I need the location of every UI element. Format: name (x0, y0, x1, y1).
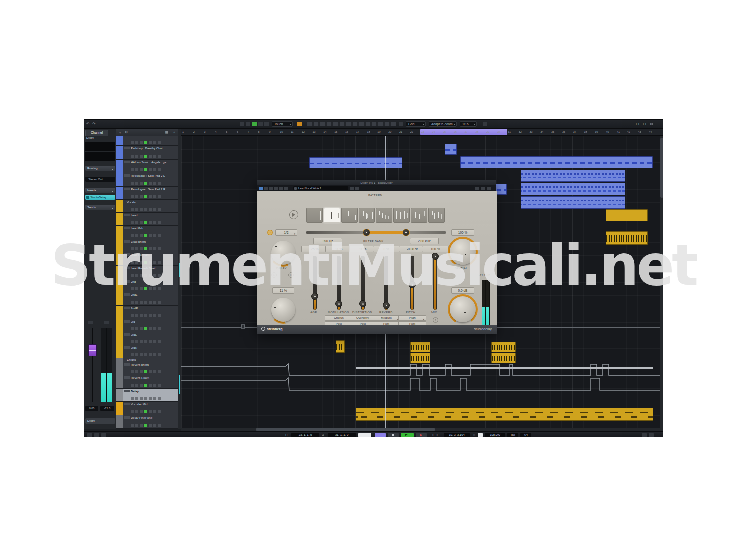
mute-solo-buttons[interactable] (124, 280, 130, 283)
reverb-value[interactable]: 8 % (373, 246, 400, 252)
tempo-display[interactable]: 108.000 (485, 433, 505, 437)
output-value[interactable]: 0.0 dB (451, 287, 474, 294)
mute-solo-buttons[interactable] (124, 293, 130, 296)
track-mini-buttons[interactable] (131, 234, 162, 237)
modulation-slider-handle[interactable] (335, 300, 342, 307)
horizontal-scrollbar[interactable] (181, 428, 660, 431)
plugin-title-bar[interactable]: Delay: Ins. 1 - StudioDelay (257, 180, 496, 185)
track-row[interactable]: 2ndR (116, 306, 178, 319)
setup-window-layout-icon[interactable]: ⊟ (636, 121, 639, 127)
solo-button[interactable] (246, 122, 250, 126)
channel-strip-thumbnail[interactable] (85, 152, 115, 161)
mix-slider[interactable] (433, 256, 437, 310)
reverb-mode-select[interactable]: Medium▼ (373, 315, 400, 321)
vertical-scrollbar[interactable] (660, 136, 663, 431)
track-mini-buttons[interactable] (131, 370, 162, 373)
pattern-button-4[interactable] (359, 208, 375, 223)
filter-bank-range[interactable] (366, 231, 406, 234)
scrollbar-thumb[interactable] (256, 428, 435, 431)
track-mini-buttons[interactable] (131, 221, 162, 224)
track-row[interactable]: Retrologue : Saw Pad 2 L (116, 173, 178, 187)
inserts-section-header[interactable]: Inserts▼ (85, 188, 115, 193)
scrollbar-thumb[interactable] (660, 138, 663, 198)
record-button[interactable] (416, 433, 427, 437)
track-mini-buttons[interactable] (131, 397, 162, 400)
spatial-value[interactable]: 100 % (451, 229, 474, 236)
mute-solo-buttons[interactable] (124, 253, 130, 256)
track-row[interactable] (116, 136, 178, 146)
peak-value[interactable]: -21.0 (100, 406, 114, 411)
delay-knob[interactable] (271, 241, 295, 265)
folder-part[interactable] (606, 209, 648, 221)
close-icon[interactable]: ⊠ (650, 121, 653, 127)
track-mini-buttons[interactable] (131, 261, 162, 264)
channel-mute-button[interactable] (88, 321, 93, 324)
track-row-folder[interactable]: Vocals (116, 200, 178, 213)
timeline-ruler[interactable]: 1234567891011121314151617181920212223242… (181, 129, 663, 136)
pattern-button-6[interactable] (393, 208, 410, 223)
fader-value[interactable]: 0.00 (85, 406, 98, 411)
transport-right-tool[interactable] (649, 433, 654, 437)
transport-right-tool[interactable] (642, 433, 647, 437)
pattern-button-5[interactable] (376, 208, 392, 223)
mix-slider-handle[interactable] (432, 253, 439, 260)
audio-event[interactable] (491, 342, 516, 352)
insert-slot-studiodelay[interactable]: StudioDelay (85, 195, 115, 200)
track-row[interactable]: Lead (116, 213, 178, 226)
track-mini-buttons[interactable] (131, 274, 162, 277)
mute-solo-buttons[interactable] (124, 188, 130, 190)
track-search-icon[interactable]: ⌕ (173, 130, 175, 134)
track-row[interactable]: 2ndL (116, 292, 178, 306)
preset-selector[interactable]: Lead Vocal Wide 1 (293, 186, 348, 190)
audio-event[interactable] (410, 342, 430, 352)
feedback-knob[interactable] (271, 298, 295, 322)
undo-icon[interactable]: ↶ (86, 121, 90, 127)
punch-in-icon[interactable]: ⊓ (285, 433, 288, 437)
reverb-slider-handle[interactable] (383, 302, 390, 309)
track-mini-buttons[interactable] (131, 340, 162, 343)
plugin-activate-button[interactable] (259, 187, 263, 190)
mute-solo-buttons[interactable] (124, 307, 130, 309)
pattern-button-2-selected[interactable] (324, 208, 340, 223)
forward-icon[interactable]: ▸ (437, 433, 438, 437)
mute-solo-buttons[interactable] (124, 174, 130, 177)
track-row-selected[interactable]: Delay (116, 389, 178, 402)
quantize-iq-button[interactable] (483, 122, 487, 126)
track-mini-buttons[interactable] (131, 327, 162, 330)
track-mini-buttons[interactable] (131, 353, 162, 356)
snap-button[interactable] (399, 122, 403, 126)
mute-solo-buttons[interactable] (124, 267, 130, 269)
plugin-bypass-button[interactable] (264, 187, 268, 190)
track-row[interactable]: 3rdR (116, 345, 178, 358)
track-row[interactable]: 3rdL (116, 332, 178, 345)
output-knob[interactable] (450, 296, 476, 322)
right-locator[interactable]: 31. 1. 1. 0 (328, 433, 356, 437)
play-button[interactable] (401, 433, 414, 437)
mute-solo-buttons[interactable] (124, 214, 130, 216)
pattern-button-3[interactable] (341, 208, 358, 223)
track-mini-buttons[interactable] (131, 384, 162, 387)
mute-solo-buttons[interactable] (124, 416, 130, 419)
mute-solo-buttons[interactable] (124, 333, 130, 336)
midi-part[interactable] (521, 183, 625, 195)
midi-part[interactable] (309, 157, 402, 168)
audio-event[interactable] (606, 231, 648, 245)
track-row[interactable]: Reverb bright (116, 362, 178, 375)
track-row[interactable]: Lead Reverb Swel (116, 266, 178, 279)
track-mini-buttons[interactable] (131, 208, 162, 211)
track-row[interactable]: HALion Sonic : Angels ..ge (116, 160, 178, 173)
grid-adapt-select[interactable]: Adapt to Zoom▼ (429, 121, 457, 127)
tap-tempo-button[interactable]: Tap (507, 433, 518, 437)
autoscroll-button[interactable] (297, 122, 302, 126)
redo-icon[interactable]: ↷ (92, 121, 96, 127)
grid-type-select[interactable]: Grid▼ (406, 121, 426, 127)
track-row[interactable]: Lead 8vb (116, 226, 178, 239)
track-mini-buttons[interactable] (131, 424, 162, 427)
mute-solo-buttons[interactable] (124, 403, 130, 405)
pattern-button-7[interactable] (411, 208, 427, 223)
track-mini-buttons[interactable] (131, 195, 162, 198)
mute-solo-buttons[interactable] (124, 320, 130, 323)
transport-left-tool[interactable] (87, 433, 92, 437)
track-visibility-icon[interactable]: ▦ (165, 130, 168, 134)
track-row[interactable]: Padshop : Breathy Choi (116, 146, 178, 160)
